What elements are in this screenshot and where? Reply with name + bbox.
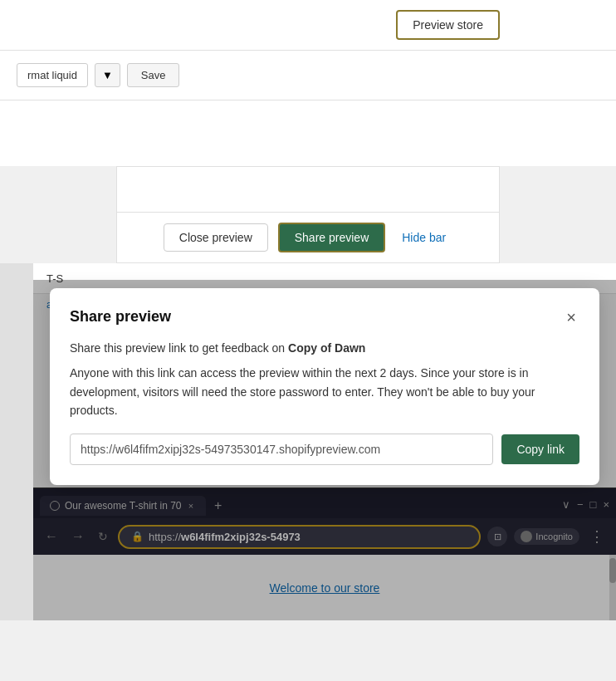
- modal-link-row: Copy link: [70, 434, 579, 465]
- dropdown-button[interactable]: ▼: [95, 63, 120, 87]
- modal-header: Share preview ×: [70, 308, 579, 326]
- share-link-input[interactable]: [70, 434, 493, 465]
- modal-title: Share preview: [70, 308, 171, 326]
- modal-desc-part1: Share this preview link to get feedback …: [70, 341, 288, 355]
- share-preview-modal: Share preview × Share this preview link …: [50, 288, 599, 485]
- top-bar: Preview store: [0, 0, 616, 51]
- modal-brand-name: Copy of Dawn: [288, 341, 365, 355]
- save-button[interactable]: Save: [127, 63, 180, 87]
- editor-area: Preview store rmat liquid ▼ Save: [0, 0, 616, 166]
- editor-content-area: rmat liquid ▼ Save: [0, 51, 616, 100]
- left-sidebar: [0, 263, 33, 620]
- modal-close-button[interactable]: ×: [563, 309, 579, 326]
- modal-desc-part2: Anyone with this link can access the pre…: [70, 366, 535, 417]
- hide-bar-button[interactable]: Hide bar: [395, 224, 452, 251]
- preview-content-placeholder: [117, 167, 499, 213]
- close-preview-button[interactable]: Close preview: [164, 223, 268, 252]
- share-preview-button[interactable]: Share preview: [278, 223, 386, 252]
- preview-actions-bar: Close preview Share preview Hide bar: [117, 213, 499, 262]
- modal-description: Share this preview link to get feedback …: [70, 339, 579, 420]
- main-content-area: QUANT... T-S agr Share preview × Share t…: [0, 263, 616, 620]
- modal-overlay: Share preview × Share this preview link …: [33, 280, 616, 620]
- preview-store-button[interactable]: Preview store: [396, 10, 500, 40]
- copy-link-button[interactable]: Copy link: [501, 434, 579, 464]
- format-liquid-button[interactable]: rmat liquid: [17, 63, 88, 87]
